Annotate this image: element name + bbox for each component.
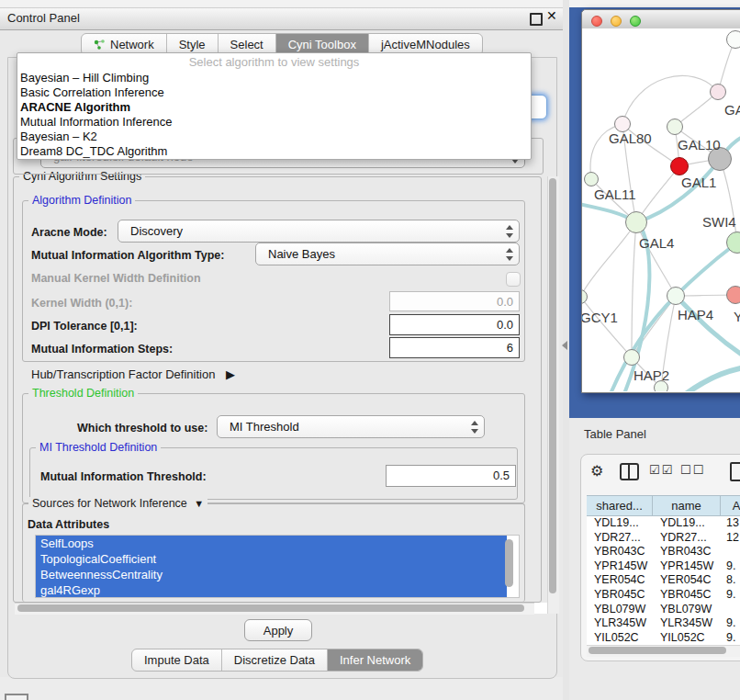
select-all-checks-icon[interactable]: ☑☑ xyxy=(649,463,674,477)
column-header-name[interactable]: name xyxy=(653,496,721,515)
node-gal11[interactable] xyxy=(584,172,599,186)
scrollbar-corner xyxy=(534,603,548,614)
table-hscrollbar-thumb[interactable] xyxy=(589,647,726,654)
mi-steps-field[interactable]: 6 xyxy=(389,337,520,358)
cell: 9. xyxy=(721,631,740,645)
table-row[interactable]: YBR043C YBR043C xyxy=(587,545,740,559)
expand-right-icon[interactable]: ▶ xyxy=(226,367,235,381)
close-window-icon[interactable] xyxy=(591,16,602,27)
which-threshold-select[interactable]: MI Threshold xyxy=(217,415,485,438)
dpi-tolerance-field[interactable]: 0.0 xyxy=(389,314,520,335)
settings-hscrollbar-thumb[interactable] xyxy=(17,604,524,612)
cell: YIL052C xyxy=(653,631,721,645)
algorithm-select-placeholder[interactable]: Select algorithm to view settings xyxy=(17,53,531,71)
node-unlabeled-top[interactable] xyxy=(726,30,740,49)
tab-impute-data[interactable]: Impute Data xyxy=(132,649,222,671)
node-label: Y xyxy=(734,309,740,324)
network-window[interactable]: GAL GAL80 GAL10 GAL1 GAL11 SWI4 GAL4 HAP… xyxy=(581,9,740,393)
tab-discretize-data[interactable]: Discretize Data xyxy=(222,649,328,671)
settings-vscrollbar-thumb[interactable] xyxy=(549,178,556,593)
table-row[interactable]: YDL19... YDL19... 13 xyxy=(587,516,740,531)
data-attributes-list[interactable]: SelfLoops TopologicalCoefficient Between… xyxy=(35,535,520,598)
collapse-down-icon[interactable]: ▼ xyxy=(194,498,204,509)
mi-algorithm-type-select[interactable]: Naive Bayes xyxy=(255,243,520,265)
popup-item-aracne[interactable]: ARACNE Algorithm xyxy=(17,100,531,115)
table-row[interactable]: YPR145W YPR145W 9. xyxy=(587,559,740,574)
combo-stepper-icon xyxy=(470,420,478,435)
popup-item-bayesian-k2[interactable]: Bayesian – K2 xyxy=(17,130,531,144)
list-item-topologicalcoefficient[interactable]: TopologicalCoefficient xyxy=(36,551,507,567)
column-header-shared-name[interactable]: shared... xyxy=(587,496,653,515)
mi-type-value: Naive Bayes xyxy=(268,247,335,261)
table-row[interactable]: YIL052C YIL052C 9. xyxy=(587,631,740,645)
tab-select-label: Select xyxy=(230,38,263,51)
manual-kernel-checkbox xyxy=(506,272,521,287)
table-row[interactable]: YBL079W YBL079W xyxy=(587,603,740,617)
node-salmon[interactable] xyxy=(726,286,740,304)
list-item-gal4rgexp[interactable]: gal4RGexp xyxy=(36,582,507,598)
network-icon xyxy=(94,39,106,51)
close-panel-icon[interactable]: ✕ xyxy=(546,8,557,23)
dpi-tolerance-label: DPI Tolerance [0,1]: xyxy=(31,320,138,333)
tab-jactivemnodules-label: jActiveMNodules xyxy=(381,38,470,51)
node-gal1-red[interactable] xyxy=(670,157,689,175)
table-row[interactable]: YER054C YER054C 8. xyxy=(587,573,740,588)
control-panel-titlebar[interactable] xyxy=(0,7,563,30)
node-label: SWI4 xyxy=(702,214,736,230)
cell: YBR043C xyxy=(587,545,653,559)
manual-kernel-label: Manual Kernel Width Definition xyxy=(31,272,201,285)
network-canvas[interactable]: GAL GAL80 GAL10 GAL1 GAL11 SWI4 GAL4 HAP… xyxy=(582,28,740,391)
cell: YLR345W xyxy=(653,616,721,631)
zoom-window-icon[interactable] xyxy=(630,16,641,27)
table-row[interactable]: YLR345W YLR345W 9. xyxy=(587,616,740,631)
settings-gear-icon[interactable]: ⚙ xyxy=(590,462,603,480)
export-table-icon[interactable] xyxy=(730,462,740,481)
node-label: GAL80 xyxy=(609,130,652,146)
aracne-mode-select[interactable]: Discovery xyxy=(118,220,520,243)
hub-definition-toggle[interactable]: Hub/Transcription Factor Definition ▶ xyxy=(31,367,235,381)
mi-steps-label: Mutual Information Steps: xyxy=(31,343,173,356)
popup-item-dream8[interactable]: Dream8 DC_TDC Algorithm xyxy=(17,144,531,159)
deselect-all-boxes-icon[interactable]: ☐☐ xyxy=(680,463,705,477)
apply-button[interactable]: Apply xyxy=(244,619,312,641)
algorithm-definition-title: Algorithm Definition xyxy=(28,194,135,207)
tab-discretize-data-label: Discretize Data xyxy=(234,653,315,667)
tab-cyni-toolbox-label: Cyni Toolbox xyxy=(288,38,356,51)
column-layout-icon[interactable] xyxy=(620,463,639,480)
sources-group-title[interactable]: Sources for Network Inference ▼ xyxy=(28,497,207,510)
list-item-betweennesscentrality[interactable]: BetweennessCentrality xyxy=(36,567,507,582)
popup-item-basic-correlation[interactable]: Basic Correlation Inference xyxy=(17,85,531,100)
attribute-list-scrollbar[interactable] xyxy=(505,539,513,587)
list-item-selfloops[interactable]: SelfLoops xyxy=(36,536,507,551)
cell: YPR145W xyxy=(653,559,721,574)
minimize-window-icon[interactable] xyxy=(611,16,622,27)
minimized-panel-button[interactable] xyxy=(5,694,28,700)
cell: YDL19... xyxy=(653,516,721,531)
panel-splitter-column[interactable] xyxy=(563,0,569,700)
cell: YDR27... xyxy=(653,531,721,546)
column-header-partial[interactable]: A xyxy=(721,496,740,515)
popup-item-mutual-information[interactable]: Mutual Information Inference xyxy=(17,115,531,130)
tab-style-label: Style xyxy=(179,38,206,51)
tab-infer-network[interactable]: Infer Network xyxy=(328,649,422,671)
tab-infer-network-label: Infer Network xyxy=(340,653,410,667)
table-row[interactable]: YDR27... YDR27... 12 xyxy=(587,531,740,546)
cell: YIL052C xyxy=(587,631,653,645)
network-window-titlebar[interactable] xyxy=(582,10,740,29)
float-window-icon[interactable] xyxy=(530,13,543,26)
tab-network-label: Network xyxy=(110,38,154,51)
aracne-mode-value: Discovery xyxy=(130,224,183,238)
splitter-arrow-icon[interactable] xyxy=(562,341,567,350)
node-gal7[interactable] xyxy=(710,84,726,100)
cell: 9. xyxy=(721,588,740,603)
table-row[interactable]: YBR045C YBR045C 9. xyxy=(587,588,740,603)
node-hap2[interactable] xyxy=(623,349,640,366)
node-gal10[interactable] xyxy=(667,119,683,135)
mi-threshold-field[interactable]: 0.5 xyxy=(386,465,516,487)
table-panel-title: Table Panel xyxy=(584,427,646,441)
combo-stepper-icon xyxy=(505,224,513,239)
node-gal4[interactable] xyxy=(625,211,647,233)
node-hap4[interactable] xyxy=(667,287,685,305)
popup-item-bayesian-hill-climbing[interactable]: Bayesian – Hill Climbing xyxy=(17,71,531,85)
algorithm-select-popup: Select algorithm to view settings Bayesi… xyxy=(17,52,532,160)
